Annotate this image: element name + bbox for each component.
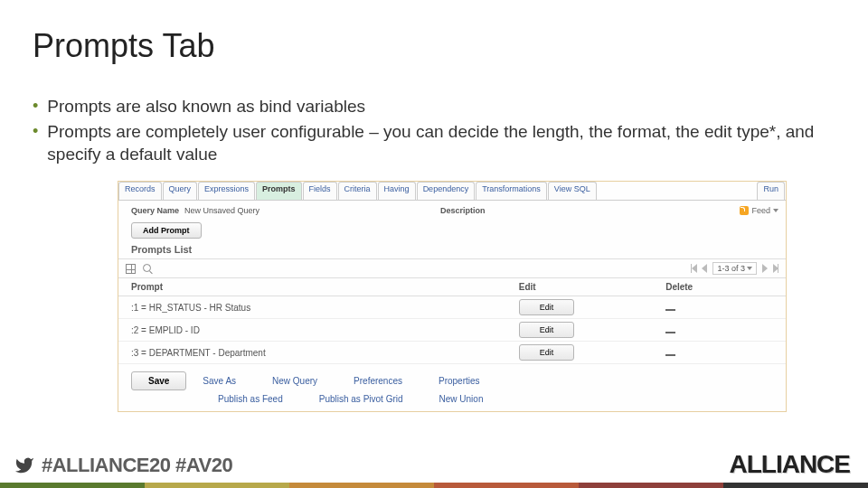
screenshot-panel: Records Query Expressions Prompts Fields… <box>118 181 787 412</box>
edit-button[interactable]: Edit <box>519 322 575 338</box>
pager: 1-3 of 3 <box>691 262 778 275</box>
bullet-text: Prompts are also known as bind variables <box>47 95 365 118</box>
publish-feed-link[interactable]: Publish as Feed <box>218 394 283 404</box>
bullet-text: Prompts are completely user configurable… <box>47 120 835 166</box>
bullet-list: •Prompts are also known as bind variable… <box>33 95 835 168</box>
table-row: :2 = EMPLID - ID Edit <box>118 319 786 342</box>
preferences-link[interactable]: Preferences <box>354 376 402 386</box>
tab-run[interactable]: Run <box>757 182 785 200</box>
save-button[interactable]: Save <box>131 371 186 390</box>
slide-footer: #ALLIANCE20 #AV20 ALLIANCE <box>0 483 868 488</box>
prompt-cell: :2 = EMPLID - ID <box>118 325 519 335</box>
bullet-dot-icon: • <box>33 95 38 118</box>
bullet-item: •Prompts are completely user configurabl… <box>33 120 835 166</box>
search-icon[interactable] <box>143 264 153 274</box>
footer-stripes <box>0 483 868 488</box>
delete-icon[interactable] <box>665 354 675 356</box>
link-row-1: Save As New Query Preferences Properties <box>203 376 479 386</box>
tab-prompts[interactable]: Prompts <box>256 182 302 200</box>
tab-fields[interactable]: Fields <box>303 182 337 200</box>
prev-page-icon[interactable] <box>702 264 707 273</box>
hashtag-text: #ALLIANCE20 #AV20 <box>42 454 232 477</box>
prompts-list-heading: Prompts List <box>118 244 786 258</box>
feed-link[interactable]: Feed <box>740 206 778 215</box>
tab-dependency[interactable]: Dependency <box>417 182 476 200</box>
delete-icon[interactable] <box>665 309 675 311</box>
add-prompt-button[interactable]: Add Prompt <box>131 222 202 239</box>
grid-toolbar: 1-3 of 3 <box>118 258 786 278</box>
tab-having[interactable]: Having <box>378 182 416 200</box>
tab-view-sql[interactable]: View SQL <box>548 182 597 200</box>
edit-button[interactable]: Edit <box>519 299 575 315</box>
add-prompt-row: Add Prompt <box>118 219 786 244</box>
tab-records[interactable]: Records <box>118 182 162 200</box>
tab-criteria[interactable]: Criteria <box>338 182 377 200</box>
page-indicator[interactable]: 1-3 of 3 <box>712 262 757 275</box>
query-name-label: Query Name <box>131 206 179 215</box>
edit-button[interactable]: Edit <box>519 344 575 361</box>
chevron-down-icon <box>747 267 752 270</box>
description-label: Description <box>440 206 486 215</box>
query-name-value: New Unsaved Query <box>184 206 259 215</box>
rss-icon <box>740 206 749 215</box>
tab-expressions[interactable]: Expressions <box>198 182 255 200</box>
table-header: Prompt Edit Delete <box>118 278 786 296</box>
save-as-link[interactable]: Save As <box>203 376 236 386</box>
footer-hashtags: #ALLIANCE20 #AV20 <box>13 454 232 477</box>
col-delete: Delete <box>665 282 786 292</box>
slide-title: Prompts Tab <box>33 27 214 65</box>
properties-link[interactable]: Properties <box>439 376 480 386</box>
tab-query[interactable]: Query <box>163 182 198 200</box>
delete-icon[interactable] <box>665 332 675 333</box>
alliance-logo: ALLIANCE <box>729 450 850 479</box>
prompt-cell: :3 = DEPARTMENT - Department <box>118 348 519 358</box>
publish-pivot-link[interactable]: Publish as Pivot Grid <box>319 394 403 404</box>
last-page-icon[interactable] <box>773 264 778 273</box>
twitter-icon <box>13 455 36 475</box>
grid-icon[interactable] <box>126 264 136 274</box>
tab-bar: Records Query Expressions Prompts Fields… <box>118 182 786 200</box>
bullet-dot-icon: • <box>33 120 38 166</box>
col-prompt: Prompt <box>118 282 519 292</box>
first-page-icon[interactable] <box>691 264 696 273</box>
new-union-link[interactable]: New Union <box>439 394 484 404</box>
bullet-item: •Prompts are also known as bind variable… <box>33 95 835 118</box>
chevron-down-icon <box>773 209 778 212</box>
query-info-row: Query Name New Unsaved Query Description… <box>118 202 786 219</box>
tab-transformations[interactable]: Transformations <box>476 182 547 200</box>
new-query-link[interactable]: New Query <box>272 376 317 386</box>
link-row-2: Publish as Feed Publish as Pivot Grid Ne… <box>118 394 786 411</box>
table-row: :1 = HR_STATUS - HR Status Edit <box>118 296 786 319</box>
feed-label: Feed <box>751 206 770 215</box>
table-row: :3 = DEPARTMENT - Department Edit <box>118 342 786 364</box>
col-edit: Edit <box>519 282 665 292</box>
bottom-actions: Save Save As New Query Preferences Prope… <box>118 364 786 394</box>
prompt-cell: :1 = HR_STATUS - HR Status <box>118 303 519 313</box>
next-page-icon[interactable] <box>762 264 768 273</box>
